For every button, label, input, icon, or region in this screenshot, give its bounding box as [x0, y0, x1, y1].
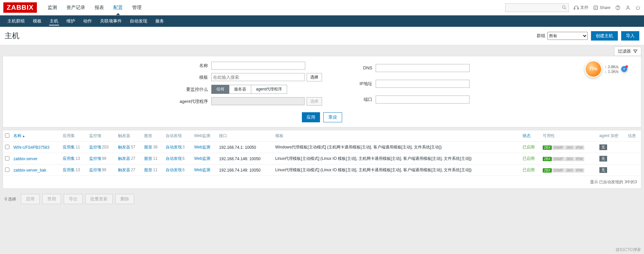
topnav-reports[interactable]: 报表 — [90, 1, 109, 15]
triggers-link[interactable]: 触发器 — [118, 145, 130, 149]
triggers-link[interactable]: 触发器 — [118, 168, 130, 172]
subnav-templates[interactable]: 模板 — [29, 15, 46, 27]
web-link[interactable]: Web监测 — [194, 145, 210, 149]
apps-link[interactable]: 应用集 — [63, 168, 75, 172]
gauge-expand-icon[interactable]: + — [621, 66, 627, 72]
subnav-discovery[interactable]: 自动发现 — [126, 15, 151, 27]
filter-ip-input[interactable] — [376, 80, 470, 88]
subnav-correlation[interactable]: 关联项事件 — [96, 15, 126, 27]
row-checkbox[interactable] — [5, 145, 9, 149]
top-nav: ZABBIX 监测 资产记录 报表 配置 管理 支持 Z Share — [0, 0, 644, 15]
network-gauge-widget[interactable]: 77% 2.8K/s 1.1K/s + — [585, 60, 632, 78]
hosts-table: 名称▲ 应用集 监控项 触发器 图形 自动发现 Web监测 接口 模板 状态 可… — [3, 130, 641, 176]
col-name[interactable]: 名称▲ — [11, 130, 61, 142]
search-input[interactable] — [505, 3, 569, 12]
help-icon — [615, 5, 621, 10]
svg-point-0 — [562, 5, 565, 8]
web-link[interactable]: Web监测 — [194, 156, 210, 161]
graphs-link[interactable]: 图形 — [144, 145, 152, 149]
discovery-link[interactable]: 自动发现 — [166, 156, 182, 161]
iface-cell: 192.168.74.1: 10050 — [217, 142, 273, 153]
col-avail: 可用性 — [541, 130, 597, 142]
bulk-delete-button: 删除 — [115, 194, 134, 204]
power-icon — [635, 5, 641, 10]
apps-link[interactable]: 应用集 — [63, 156, 75, 161]
table-row: zabbix-server_bak应用集13监控项99触发器27图形11自动发现… — [3, 165, 641, 176]
gauge-percent: 77% — [585, 60, 602, 78]
status-link[interactable]: 已启用 — [523, 145, 535, 149]
filter-apply-button[interactable]: 应用 — [302, 112, 320, 122]
host-name-link[interactable]: zabbix-server — [13, 156, 38, 161]
table-row: WIN-UFS4PB37583应用集11监控项203触发器57图形38自动发现3… — [3, 142, 641, 153]
topnav-configuration[interactable]: 配置 — [109, 1, 127, 15]
items-link[interactable]: 监控项 — [89, 145, 101, 149]
logo[interactable]: ZABBIX — [3, 2, 37, 13]
filter-template-select-button[interactable]: 选择 — [307, 73, 322, 81]
svg-text:Z: Z — [595, 6, 597, 9]
filter-reset-button[interactable]: 重设 — [323, 112, 342, 122]
col-items: 监控项 — [87, 130, 116, 142]
subnav-maintenance[interactable]: 维护 — [62, 15, 79, 27]
subnav-hosts[interactable]: 主机 — [46, 15, 62, 27]
topnav-monitoring[interactable]: 监测 — [43, 1, 62, 15]
col-agentenc: agent 加密 — [597, 130, 626, 142]
apps-link[interactable]: 应用集 — [63, 145, 75, 149]
items-link[interactable]: 监控项 — [89, 156, 101, 161]
col-discovery: 自动发现 — [164, 130, 192, 142]
logout-link[interactable] — [635, 5, 641, 10]
availability-cell: ZBXSNMPJMXIPMI — [541, 142, 597, 153]
bulk-disable-button: 禁用 — [42, 194, 61, 204]
subnav-hostgroups[interactable]: 主机群组 — [3, 15, 29, 27]
filter-icon — [633, 49, 638, 54]
topnav-inventory[interactable]: 资产记录 — [62, 1, 90, 15]
filter-port-input[interactable] — [376, 96, 470, 104]
web-link[interactable]: Web监测 — [194, 168, 210, 172]
row-checkbox[interactable] — [5, 168, 9, 172]
col-templates: 模板 — [273, 130, 521, 142]
discovery-link[interactable]: 自动发现 — [166, 168, 182, 172]
col-iface: 接口 — [217, 130, 273, 142]
subnav-actions[interactable]: 动作 — [79, 15, 96, 27]
bulk-enable-button: 启用 — [21, 194, 40, 204]
col-status[interactable]: 状态 — [521, 130, 540, 142]
page-header: 主机 群组 所有 创建主机 导入 — [0, 27, 644, 45]
host-name-link[interactable]: WIN-UFS4PB37583 — [13, 145, 49, 150]
filter-proxy-label: agent代理程序 — [174, 99, 211, 105]
host-name-link[interactable]: zabbix-server_bak — [13, 168, 46, 173]
create-host-button[interactable]: 创建主机 — [591, 31, 618, 41]
filter-toggle[interactable]: 过滤器 — [614, 47, 641, 56]
topnav-administration[interactable]: 管理 — [127, 1, 146, 15]
graphs-link[interactable]: 图形 — [144, 168, 152, 172]
filter-monitored-proxy[interactable]: agent代理程序 — [251, 85, 287, 94]
items-link[interactable]: 监控项 — [89, 168, 101, 172]
help-link[interactable] — [615, 5, 621, 10]
filter-template-input[interactable] — [211, 73, 305, 81]
user-link[interactable] — [625, 5, 631, 10]
subnav-services[interactable]: 服务 — [151, 15, 168, 27]
status-link[interactable]: 已启用 — [523, 156, 535, 161]
availability-cell: ZBXSNMPJMXIPMI — [541, 165, 597, 176]
filter-dns-input[interactable] — [376, 64, 470, 72]
filter-monitored-server[interactable]: 服务器 — [229, 85, 251, 94]
iface-cell: 192.168.74.149: 10050 — [217, 165, 273, 176]
top-menu: 监测 资产记录 报表 配置 管理 — [43, 1, 146, 15]
row-checkbox[interactable] — [5, 156, 9, 161]
share-link[interactable]: Z Share — [593, 5, 610, 10]
filter-name-label: 名称 — [174, 63, 211, 69]
col-web: Web监测 — [192, 130, 217, 142]
filter-monitored-any[interactable]: 任何 — [211, 85, 229, 94]
filter-name-input[interactable] — [211, 62, 305, 70]
bulk-export-button: 导出 — [64, 194, 83, 204]
graphs-link[interactable]: 图形 — [144, 156, 152, 161]
select-all-checkbox[interactable] — [5, 133, 9, 138]
status-link[interactable]: 已启用 — [523, 168, 535, 172]
support-link[interactable]: 支持 — [574, 5, 588, 10]
svg-rect-2 — [574, 8, 575, 9]
import-button[interactable]: 导入 — [621, 31, 639, 41]
col-info: 信息 — [626, 130, 641, 142]
group-select[interactable]: 所有 — [547, 32, 588, 40]
triggers-link[interactable]: 触发器 — [118, 156, 130, 161]
table-footer: 显示 已自动发现的 3中的3 — [3, 176, 641, 188]
discovery-link[interactable]: 自动发现 — [166, 145, 182, 149]
filter-monitored-group: 任何 服务器 agent代理程序 — [211, 85, 322, 94]
